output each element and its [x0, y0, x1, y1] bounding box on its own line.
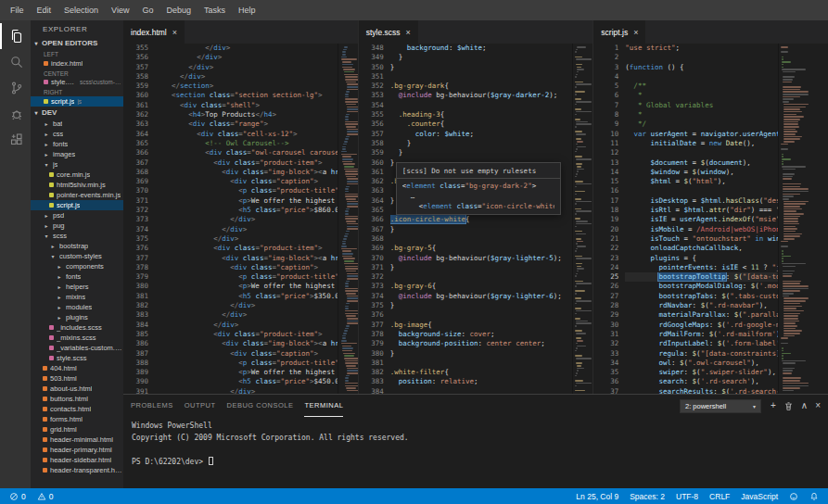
code-line[interactable]: @include bg-behaviour($gray-lighter-6);	[390, 292, 573, 301]
code-line[interactable]: swiper: $(".swiper-slider"),	[625, 368, 778, 377]
eol[interactable]: CRLF	[704, 488, 735, 504]
code-line[interactable]: owl: $(".owl-carousel"),	[625, 359, 778, 368]
file-item-header-transparent-html[interactable]: header-transparent.html	[31, 465, 123, 475]
menu-tasks[interactable]: Tasks	[197, 0, 232, 20]
code-line[interactable]	[390, 387, 573, 394]
code-line[interactable]: background-size: cover;	[390, 330, 573, 339]
folder-section-header[interactable]: ▾DEV	[31, 107, 123, 119]
minimap[interactable]	[338, 44, 358, 394]
error-count[interactable]: 0	[4, 488, 32, 504]
explorer-icon[interactable]	[0, 23, 31, 49]
file-item-core-min-js[interactable]: core.min.js	[31, 170, 123, 180]
terminal-output[interactable]: Windows PowerShellCopyright (C) 2009 Mic…	[123, 417, 828, 488]
code-line[interactable]: </div>	[155, 310, 338, 320]
code-line[interactable]	[390, 359, 573, 368]
code-line[interactable]: bootstrapTabs: $(".tabs-custom-init"),	[625, 292, 778, 301]
code-line[interactable]: materialParallax: $(".parallax-container…	[625, 310, 778, 320]
folder-item-components[interactable]: ▸components	[31, 261, 123, 271]
code-line[interactable]: searchResults: $('.rd-search-results'),	[625, 387, 778, 394]
code-line[interactable]: <p class="product-title"><a href="#">	[155, 359, 338, 368]
code-line[interactable]: *	[625, 91, 778, 100]
code-line[interactable]: <h5 class="price">$450.00</h5>	[155, 377, 338, 386]
code-line[interactable]: .white-filter{	[390, 368, 573, 377]
code-line[interactable]: "use strict";	[625, 44, 778, 53]
search-icon[interactable]	[0, 49, 31, 75]
code-line[interactable]: <h5 class="price">$350.00</h5>	[155, 292, 338, 301]
folder-item-modules[interactable]: ▸modules	[31, 302, 123, 312]
menu-go[interactable]: Go	[135, 0, 159, 20]
code-line[interactable]: pointerEvents: isIE < 11 ? "js/pointer-e…	[625, 263, 778, 272]
code-line[interactable]: <div class="img-block"><a href="#"><img	[155, 168, 338, 177]
code-line[interactable]: <p class="product-title"><a href="#">	[155, 186, 338, 195]
code-line[interactable]	[390, 310, 573, 320]
menu-edit[interactable]: Edit	[31, 0, 58, 20]
tab-style-scss[interactable]: style.scss×	[359, 20, 419, 44]
file-item-503-html[interactable]: 503.html	[31, 373, 123, 384]
folder-item-js[interactable]: ▾js	[31, 159, 123, 170]
code-line[interactable]: <p>We offer the highest quality</p>	[155, 196, 338, 206]
open-editor-item[interactable]: index.html	[31, 58, 123, 69]
folder-item-pug[interactable]: ▸pug	[31, 220, 123, 231]
file-item-header-primary-html[interactable]: header-primary.html	[31, 445, 123, 455]
code-line[interactable]: }	[390, 263, 573, 272]
menu-help[interactable]: Help	[232, 0, 262, 20]
code-line[interactable]: initialDate = new Date(),	[625, 139, 778, 148]
code-line[interactable]: plugins = {	[625, 254, 778, 263]
file-item--includes-scss[interactable]: _includes.scss	[31, 322, 123, 333]
panel-tab-debug-console[interactable]: DEBUG CONSOLE	[227, 395, 294, 417]
code-line[interactable]: <div class="caption">	[155, 263, 338, 272]
code-line[interactable]: isIE = userAgent.indexOf("msie") != -1 |…	[625, 215, 778, 224]
terminal-selector[interactable]: 2: powershell▾	[680, 399, 761, 413]
file-item-script-js[interactable]: script.js	[31, 200, 123, 210]
editor-body[interactable]: 1234567891011121314151617181920212223242…	[593, 44, 828, 394]
code-line[interactable]: isMobile = /Android|webOS|iPhone|iPad|iP…	[625, 225, 778, 234]
code-line[interactable]: search: $('.rd-search'),	[625, 377, 778, 386]
notifications-bell-icon[interactable]	[804, 488, 824, 504]
code-line[interactable]: * Global variables	[625, 101, 778, 110]
code-line[interactable]	[625, 53, 778, 62]
cursor-position[interactable]: Ln 25, Col 9	[570, 488, 624, 504]
code-line[interactable]: <div class="img-block"><a href="#"><img	[155, 339, 338, 348]
code-line[interactable]: </div>	[155, 44, 338, 53]
code-line[interactable]	[390, 234, 573, 244]
file-item-forms-html[interactable]: forms.html	[31, 414, 123, 424]
code-line[interactable]: position: relative;	[390, 377, 573, 386]
panel-tab-problems[interactable]: PROBLEMS	[131, 395, 173, 417]
warning-count[interactable]: 0	[32, 488, 59, 504]
code-line[interactable]: </div>	[155, 225, 338, 234]
minimap[interactable]	[572, 44, 592, 394]
code-line[interactable]: }	[390, 225, 573, 234]
code-line[interactable]: isRtl = $html.attr("dir") === "rtl",	[625, 206, 778, 215]
code-line[interactable]: <p class="product-title"><a href="#">	[155, 272, 338, 282]
code-line[interactable]: <section class="section section-lg">	[155, 91, 338, 100]
code-line[interactable]	[625, 148, 778, 158]
code-line[interactable]: <div class="shell">	[155, 101, 338, 110]
close-icon[interactable]: ×	[406, 28, 411, 37]
code-line[interactable]: <p>We offer the highest quality</p>	[155, 282, 338, 291]
code-line[interactable]: <h4>Top Products</h4>	[155, 110, 338, 120]
code-line[interactable]: $document = $(document),	[625, 158, 778, 168]
feedback-smiley-icon[interactable]	[783, 488, 804, 504]
language-mode[interactable]: JavaScript	[735, 488, 783, 504]
code-line[interactable]: .icon-circle-white{	[390, 215, 573, 224]
file-item--variables-custom-scss[interactable]: _variables-custom.scss	[31, 343, 123, 353]
code-line[interactable]: }	[390, 301, 573, 310]
file-item-grid-html[interactable]: grid.html	[31, 424, 123, 435]
menu-file[interactable]: File	[4, 0, 31, 20]
tab-script-js[interactable]: script.js×	[593, 20, 646, 44]
code-line[interactable]: rdInputLabel: $('.form-label'),	[625, 339, 778, 348]
code-line[interactable]: }	[390, 349, 573, 359]
code-line[interactable]: .bg-gray-6{	[390, 282, 573, 291]
file-item-html5shiv-min-js[interactable]: html5shiv.min.js	[31, 180, 123, 190]
code-line[interactable]: onloadCaptchaCallback,	[625, 244, 778, 253]
code-line[interactable]: /**	[625, 82, 778, 91]
code-line[interactable]: bootstrapTooltip: $("[data-toggle='toolt…	[625, 272, 778, 282]
close-icon[interactable]: ×	[172, 28, 177, 37]
code-line[interactable]: background: $white;	[390, 44, 573, 53]
code-line[interactable]: isDesktop = $html.hasClass("desktop"),	[625, 196, 778, 206]
code-line[interactable]: <div class="range">	[155, 120, 338, 129]
file-item-404-html[interactable]: 404.html	[31, 363, 123, 373]
code-line[interactable]: <div class="img-block"><a href="#"><img	[155, 254, 338, 263]
code-line[interactable]	[390, 72, 573, 82]
open-editor-item[interactable]: style.scssscss\custom-styles	[31, 78, 123, 88]
